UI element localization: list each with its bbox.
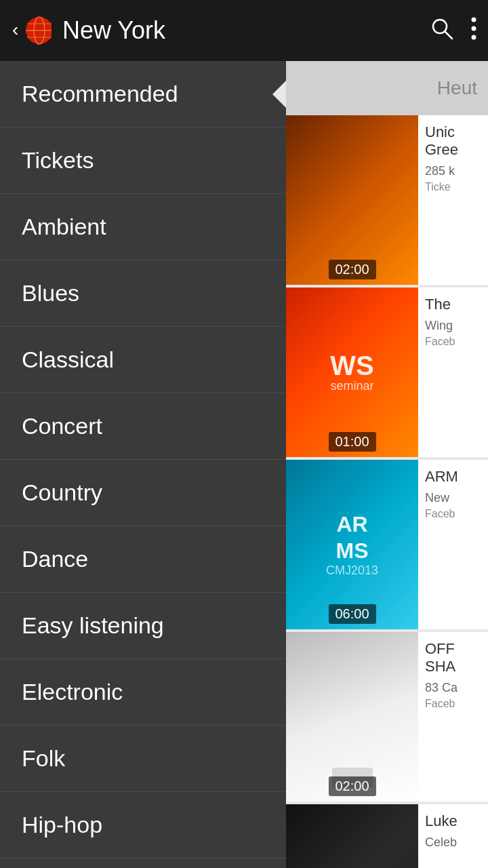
page-title: New York bbox=[62, 16, 430, 45]
app-header: ‹ New York bbox=[0, 0, 488, 61]
event-time-4: 02:00 bbox=[328, 776, 375, 796]
sidebar-item-concert[interactable]: Concert bbox=[0, 393, 286, 460]
svg-line-8 bbox=[445, 31, 452, 39]
thumbnail-4: 02:00 bbox=[286, 632, 418, 802]
event-tag-3: Faceb bbox=[425, 508, 481, 520]
event-subtitle-5: Celeb bbox=[425, 835, 481, 850]
list-item[interactable]: WS seminar 01:00 The Wing Faceb bbox=[286, 288, 488, 457]
event-tag-4: Faceb bbox=[425, 698, 481, 710]
svg-point-9 bbox=[472, 17, 476, 22]
event-subtitle-2: Wing bbox=[425, 319, 481, 333]
list-item[interactable]: 02:00 OFFSHA 83 Ca Faceb bbox=[286, 632, 488, 802]
event-title-4: OFFSHA bbox=[425, 640, 481, 675]
svg-point-10 bbox=[472, 26, 476, 31]
sidebar-item-electronic[interactable]: Electronic bbox=[0, 659, 286, 726]
event-time-1: 02:00 bbox=[328, 260, 375, 279]
search-icon[interactable] bbox=[430, 16, 454, 45]
event-title-3: ARM bbox=[425, 468, 481, 486]
svg-point-11 bbox=[472, 35, 476, 39]
event-subtitle-4: 83 Ca bbox=[425, 681, 481, 695]
event-subtitle-1: 285 k bbox=[425, 164, 481, 178]
list-item[interactable]: 02:00 UnicGree 285 k Ticke bbox=[286, 115, 488, 285]
sidebar-item-recommended[interactable]: Recommended bbox=[0, 61, 286, 127]
sidebar-item-blues[interactable]: Blues bbox=[0, 260, 286, 327]
svg-text:‹: ‹ bbox=[12, 19, 18, 40]
event-title-1: UnicGree bbox=[425, 123, 481, 159]
event-tag-2: Faceb bbox=[425, 336, 481, 348]
content-info-4: OFFSHA 83 Ca Faceb bbox=[418, 632, 488, 802]
sidebar-item-folk[interactable]: Folk bbox=[0, 726, 286, 792]
list-item[interactable]: Luke Celeb bbox=[286, 804, 488, 868]
list-item[interactable]: ARMS CMJ2013 06:00 ARM New Faceb bbox=[286, 460, 488, 629]
event-time-3: 06:00 bbox=[328, 604, 375, 624]
event-title-2: The bbox=[425, 296, 481, 313]
thumbnail-1: 02:00 bbox=[286, 115, 418, 285]
thumbnail-2: WS seminar 01:00 bbox=[286, 288, 418, 457]
sidebar-item-country[interactable]: Country bbox=[0, 460, 286, 526]
more-options-icon[interactable] bbox=[470, 16, 477, 45]
content-info-5: Luke Celeb bbox=[418, 804, 488, 868]
thumbnail-5 bbox=[286, 804, 418, 868]
sidebar-item-hip-hop[interactable]: Hip-hop bbox=[0, 792, 286, 859]
content-info-2: The Wing Faceb bbox=[418, 288, 488, 457]
event-time-2: 01:00 bbox=[328, 432, 375, 452]
thumbnail-3: ARMS CMJ2013 06:00 bbox=[286, 460, 418, 629]
content-panel: Heut 02:00 UnicGree 285 k Ticke WS bbox=[286, 61, 488, 868]
event-title-5: Luke bbox=[425, 812, 481, 830]
sidebar-item-dance[interactable]: Dance bbox=[0, 526, 286, 593]
sidebar-item-ambient[interactable]: Ambient bbox=[0, 194, 286, 260]
app-logo: ‹ bbox=[11, 10, 52, 51]
sidebar-item-easy-listening[interactable]: Easy listening bbox=[0, 593, 286, 659]
event-tag-1: Ticke bbox=[425, 181, 481, 193]
content-info-3: ARM New Faceb bbox=[418, 460, 488, 629]
sidebar-item-tickets[interactable]: Tickets bbox=[0, 127, 286, 194]
sidebar: Recommended Tickets Ambient Blues Classi… bbox=[0, 61, 286, 868]
content-header-label: Heut bbox=[437, 77, 477, 99]
header-actions bbox=[430, 16, 477, 45]
content-info-1: UnicGree 285 k Ticke bbox=[418, 115, 488, 285]
sidebar-item-classical[interactable]: Classical bbox=[0, 327, 286, 393]
content-header: Heut bbox=[286, 61, 488, 115]
event-subtitle-3: New bbox=[425, 491, 481, 505]
main-layout: Recommended Tickets Ambient Blues Classi… bbox=[0, 61, 488, 868]
